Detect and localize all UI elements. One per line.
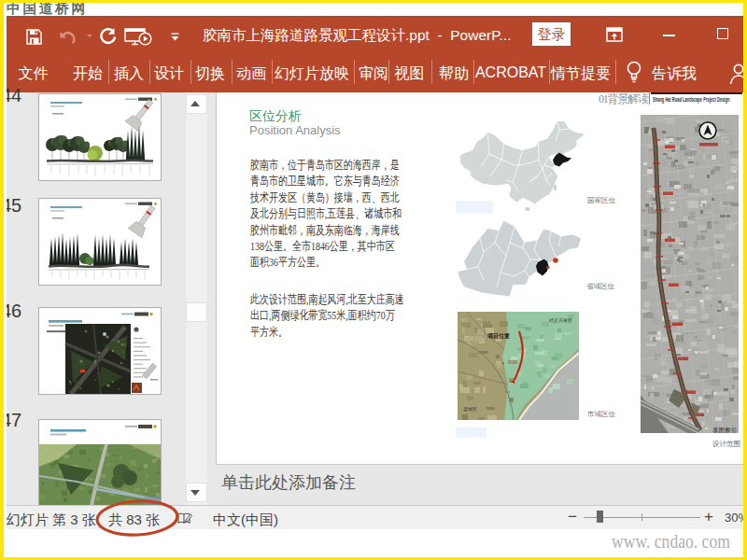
svg-text:经济开发区: 经济开发区: [549, 317, 572, 324]
svg-text:老城区: 老城区: [463, 406, 477, 412]
svg-text:项目位置: 项目位置: [486, 332, 510, 340]
svg-text:基图索引: 基图索引: [712, 427, 737, 433]
